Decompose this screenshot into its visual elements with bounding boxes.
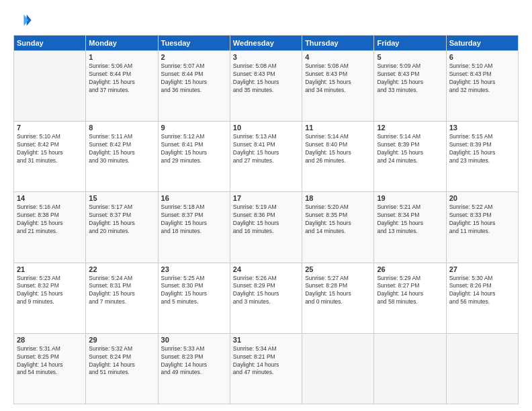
calendar-cell: 9Sunrise: 5:12 AM Sunset: 8:41 PM Daylig…	[158, 122, 230, 192]
calendar-cell: 27Sunrise: 5:30 AM Sunset: 8:26 PM Dayli…	[446, 263, 518, 333]
day-number: 23	[161, 265, 227, 273]
calendar-cell	[446, 333, 518, 404]
day-info: Sunrise: 5:10 AM Sunset: 8:43 PM Dayligh…	[449, 62, 515, 95]
header	[13, 11, 519, 30]
calendar-cell: 21Sunrise: 5:23 AM Sunset: 8:32 PM Dayli…	[14, 263, 86, 333]
weekday-header: Friday	[374, 36, 446, 51]
page: SundayMondayTuesdayWednesdayThursdayFrid…	[0, 0, 532, 411]
day-number: 16	[161, 194, 227, 202]
calendar-cell: 5Sunrise: 5:09 AM Sunset: 8:43 PM Daylig…	[374, 51, 446, 122]
calendar-cell: 30Sunrise: 5:33 AM Sunset: 8:23 PM Dayli…	[158, 333, 230, 404]
day-number: 11	[305, 124, 371, 132]
calendar-cell: 22Sunrise: 5:24 AM Sunset: 8:31 PM Dayli…	[86, 263, 158, 333]
day-number: 5	[377, 53, 443, 61]
calendar-cell: 25Sunrise: 5:27 AM Sunset: 8:28 PM Dayli…	[302, 263, 374, 333]
day-number: 2	[161, 53, 227, 61]
day-info: Sunrise: 5:14 AM Sunset: 8:40 PM Dayligh…	[305, 133, 371, 165]
calendar-week-row: 7Sunrise: 5:10 AM Sunset: 8:42 PM Daylig…	[14, 122, 519, 192]
day-number: 27	[449, 265, 515, 273]
day-info: Sunrise: 5:06 AM Sunset: 8:44 PM Dayligh…	[89, 62, 154, 95]
calendar-cell: 23Sunrise: 5:25 AM Sunset: 8:30 PM Dayli…	[158, 263, 230, 333]
calendar-cell: 13Sunrise: 5:15 AM Sunset: 8:39 PM Dayli…	[446, 122, 518, 192]
day-info: Sunrise: 5:08 AM Sunset: 8:43 PM Dayligh…	[233, 62, 299, 95]
day-info: Sunrise: 5:21 AM Sunset: 8:34 PM Dayligh…	[377, 203, 443, 236]
day-number: 29	[89, 336, 154, 344]
calendar: SundayMondayTuesdayWednesdayThursdayFrid…	[13, 35, 519, 404]
calendar-week-row: 14Sunrise: 5:16 AM Sunset: 8:38 PM Dayli…	[14, 192, 519, 263]
calendar-cell: 14Sunrise: 5:16 AM Sunset: 8:38 PM Dayli…	[14, 192, 86, 263]
day-info: Sunrise: 5:07 AM Sunset: 8:44 PM Dayligh…	[161, 62, 227, 95]
day-number: 3	[233, 53, 299, 61]
calendar-cell: 11Sunrise: 5:14 AM Sunset: 8:40 PM Dayli…	[302, 122, 374, 192]
day-info: Sunrise: 5:30 AM Sunset: 8:26 PM Dayligh…	[449, 275, 515, 307]
calendar-cell: 18Sunrise: 5:20 AM Sunset: 8:35 PM Dayli…	[302, 192, 374, 263]
calendar-cell: 17Sunrise: 5:19 AM Sunset: 8:36 PM Dayli…	[230, 192, 302, 263]
calendar-cell: 7Sunrise: 5:10 AM Sunset: 8:42 PM Daylig…	[14, 122, 86, 192]
calendar-cell: 10Sunrise: 5:13 AM Sunset: 8:41 PM Dayli…	[230, 122, 302, 192]
day-info: Sunrise: 5:33 AM Sunset: 8:23 PM Dayligh…	[161, 345, 227, 377]
day-number: 10	[233, 124, 299, 132]
calendar-cell: 28Sunrise: 5:31 AM Sunset: 8:25 PM Dayli…	[14, 333, 86, 404]
day-info: Sunrise: 5:11 AM Sunset: 8:42 PM Dayligh…	[89, 133, 154, 165]
calendar-cell: 8Sunrise: 5:11 AM Sunset: 8:42 PM Daylig…	[86, 122, 158, 192]
day-info: Sunrise: 5:12 AM Sunset: 8:41 PM Dayligh…	[161, 133, 227, 165]
day-info: Sunrise: 5:32 AM Sunset: 8:24 PM Dayligh…	[89, 345, 154, 377]
weekday-row: SundayMondayTuesdayWednesdayThursdayFrid…	[14, 36, 519, 51]
day-info: Sunrise: 5:14 AM Sunset: 8:39 PM Dayligh…	[377, 133, 443, 165]
day-info: Sunrise: 5:10 AM Sunset: 8:42 PM Dayligh…	[17, 133, 83, 165]
calendar-cell: 2Sunrise: 5:07 AM Sunset: 8:44 PM Daylig…	[158, 51, 230, 122]
day-number: 25	[305, 265, 371, 273]
calendar-cell: 29Sunrise: 5:32 AM Sunset: 8:24 PM Dayli…	[86, 333, 158, 404]
calendar-cell: 6Sunrise: 5:10 AM Sunset: 8:43 PM Daylig…	[446, 51, 518, 122]
day-number: 8	[89, 124, 154, 132]
day-number: 24	[233, 265, 299, 273]
calendar-cell	[374, 333, 446, 404]
day-number: 22	[89, 265, 154, 273]
day-info: Sunrise: 5:25 AM Sunset: 8:30 PM Dayligh…	[161, 275, 227, 307]
day-number: 19	[377, 194, 443, 202]
day-info: Sunrise: 5:31 AM Sunset: 8:25 PM Dayligh…	[17, 345, 83, 377]
day-number: 1	[89, 53, 154, 61]
weekday-header: Tuesday	[158, 36, 230, 51]
day-info: Sunrise: 5:23 AM Sunset: 8:32 PM Dayligh…	[17, 275, 83, 307]
day-info: Sunrise: 5:13 AM Sunset: 8:41 PM Dayligh…	[233, 133, 299, 165]
day-number: 7	[17, 124, 83, 132]
day-number: 4	[305, 53, 371, 61]
day-number: 6	[449, 53, 515, 61]
day-info: Sunrise: 5:34 AM Sunset: 8:21 PM Dayligh…	[233, 345, 299, 377]
weekday-header: Wednesday	[230, 36, 302, 51]
day-info: Sunrise: 5:22 AM Sunset: 8:33 PM Dayligh…	[449, 203, 515, 236]
calendar-cell: 31Sunrise: 5:34 AM Sunset: 8:21 PM Dayli…	[230, 333, 302, 404]
day-number: 28	[17, 336, 83, 344]
day-info: Sunrise: 5:09 AM Sunset: 8:43 PM Dayligh…	[377, 62, 443, 95]
day-info: Sunrise: 5:20 AM Sunset: 8:35 PM Dayligh…	[305, 203, 371, 236]
day-info: Sunrise: 5:26 AM Sunset: 8:29 PM Dayligh…	[233, 275, 299, 307]
day-info: Sunrise: 5:08 AM Sunset: 8:43 PM Dayligh…	[305, 62, 371, 95]
day-number: 12	[377, 124, 443, 132]
day-number: 13	[449, 124, 515, 132]
day-number: 18	[305, 194, 371, 202]
day-info: Sunrise: 5:18 AM Sunset: 8:37 PM Dayligh…	[161, 203, 227, 236]
calendar-body: 1Sunrise: 5:06 AM Sunset: 8:44 PM Daylig…	[14, 51, 519, 404]
day-number: 20	[449, 194, 515, 202]
day-number: 21	[17, 265, 83, 273]
day-number: 15	[89, 194, 154, 202]
logo-icon	[13, 11, 32, 30]
calendar-cell	[14, 51, 86, 122]
calendar-week-row: 1Sunrise: 5:06 AM Sunset: 8:44 PM Daylig…	[14, 51, 519, 122]
day-info: Sunrise: 5:17 AM Sunset: 8:37 PM Dayligh…	[89, 203, 154, 236]
weekday-header: Saturday	[446, 36, 518, 51]
weekday-header: Sunday	[14, 36, 86, 51]
day-number: 26	[377, 265, 443, 273]
weekday-header: Thursday	[302, 36, 374, 51]
calendar-header: SundayMondayTuesdayWednesdayThursdayFrid…	[14, 36, 519, 51]
day-number: 31	[233, 336, 299, 344]
calendar-week-row: 28Sunrise: 5:31 AM Sunset: 8:25 PM Dayli…	[14, 333, 519, 404]
calendar-cell: 12Sunrise: 5:14 AM Sunset: 8:39 PM Dayli…	[374, 122, 446, 192]
calendar-cell: 26Sunrise: 5:29 AM Sunset: 8:27 PM Dayli…	[374, 263, 446, 333]
day-info: Sunrise: 5:19 AM Sunset: 8:36 PM Dayligh…	[233, 203, 299, 236]
calendar-table: SundayMondayTuesdayWednesdayThursdayFrid…	[13, 35, 519, 404]
calendar-cell: 24Sunrise: 5:26 AM Sunset: 8:29 PM Dayli…	[230, 263, 302, 333]
calendar-week-row: 21Sunrise: 5:23 AM Sunset: 8:32 PM Dayli…	[14, 263, 519, 333]
day-info: Sunrise: 5:24 AM Sunset: 8:31 PM Dayligh…	[89, 275, 154, 307]
